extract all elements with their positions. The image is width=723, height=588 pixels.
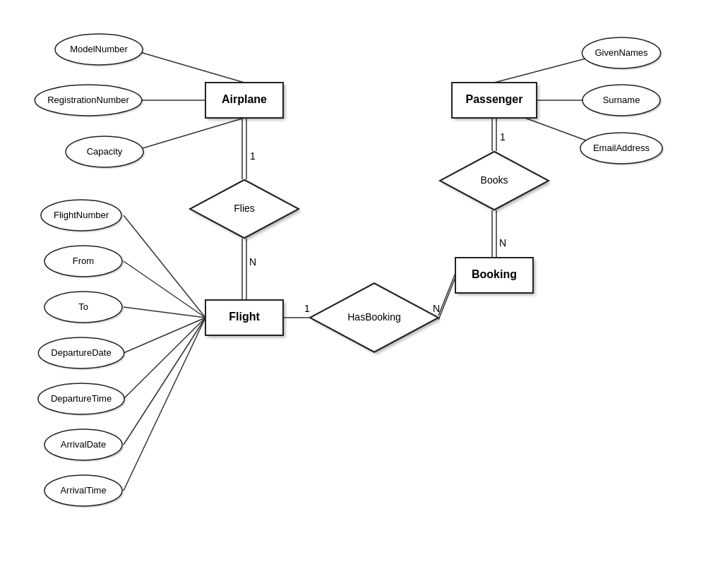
er-diagram	[0, 0, 723, 588]
